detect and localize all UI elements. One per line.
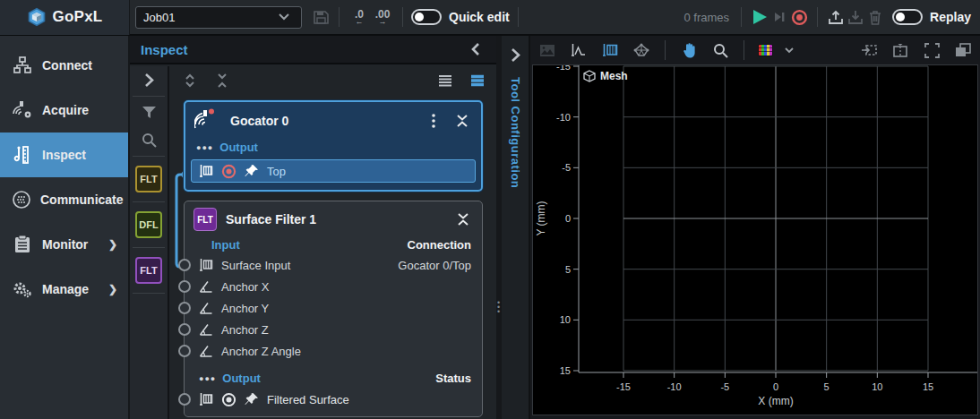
- gocator-sensor-icon: [194, 108, 221, 133]
- pin-icon[interactable]: [245, 161, 259, 181]
- input-label: Surface Input: [221, 259, 390, 272]
- sidebar-item-manage[interactable]: Manage ❯: [0, 267, 128, 312]
- pin-icon[interactable]: [245, 389, 259, 409]
- collapse-all-icon[interactable]: [212, 71, 232, 90]
- dome-icon: [12, 190, 31, 210]
- filter-output-row[interactable]: Filtered Surface: [185, 388, 482, 411]
- list-view-icon[interactable]: [435, 71, 455, 90]
- fit-view-icon[interactable]: [922, 40, 941, 60]
- record-state-icon[interactable]: [221, 389, 236, 409]
- decrease-decimals-icon[interactable]: .0 ←: [348, 10, 371, 25]
- profile-view-icon[interactable]: [569, 40, 589, 60]
- inspect-panel-title: Inspect: [141, 42, 466, 57]
- input-socket[interactable]: [178, 323, 191, 336]
- record-state-icon[interactable]: [221, 161, 236, 181]
- input-socket[interactable]: [178, 302, 191, 314]
- plot-area[interactable]: -15-10-5051015-15-10-5051015X (mm)Y (mm)…: [532, 64, 978, 415]
- tool-badge-dfl[interactable]: DFL: [135, 211, 162, 238]
- job-select[interactable]: Job01: [135, 6, 302, 29]
- sidebar-item-connect[interactable]: Connect: [0, 43, 128, 88]
- chevron-down-icon: [274, 7, 294, 27]
- filter-input-row[interactable]: Anchor Y: [185, 297, 482, 319]
- filter-input-row[interactable]: Anchor Z: [185, 319, 482, 340]
- layout-views-icon[interactable]: [953, 40, 973, 60]
- tool-rail: FLT DFL FLT: [130, 66, 169, 419]
- sidebar-item-inspect[interactable]: Inspect: [0, 133, 128, 177]
- quick-edit-toggle[interactable]: [411, 9, 442, 25]
- tool-badge-flt[interactable]: FLT: [135, 166, 162, 192]
- input-label: Anchor Y: [221, 302, 471, 315]
- kebab-menu-icon[interactable]: [424, 111, 443, 131]
- pan-hand-icon[interactable]: [679, 40, 699, 60]
- increase-decimals-icon[interactable]: .00 →: [371, 10, 394, 25]
- surface-icon: [199, 161, 213, 181]
- data-viewer: -15-10-5051015-15-10-5051015X (mm)Y (mm)…: [530, 36, 980, 419]
- svg-text:Y (mm): Y (mm): [535, 201, 547, 235]
- cube-icon: [583, 70, 596, 82]
- svg-text:10: 10: [560, 314, 571, 325]
- color-palette-icon[interactable]: [758, 44, 773, 56]
- center-view-icon[interactable]: [890, 40, 910, 60]
- palette-dropdown-icon[interactable]: [785, 40, 794, 60]
- sidebar-item-monitor[interactable]: Monitor ❯: [0, 222, 128, 267]
- status-column-header: Status: [435, 372, 471, 385]
- sidebar-item-label: Communicate: [40, 192, 124, 207]
- chevron-right-icon: ❯: [108, 238, 117, 251]
- surface-view-icon[interactable]: [600, 40, 620, 60]
- ports-icon: ●●●: [196, 143, 213, 152]
- expand-tool-config-icon[interactable]: [505, 45, 525, 64]
- search-icon[interactable]: [129, 126, 168, 153]
- node-gocator[interactable]: Gocator 0 ●●● Output: [184, 100, 483, 192]
- dock-view-icon[interactable]: [859, 40, 879, 60]
- filter-input-row[interactable]: Anchor X: [185, 276, 482, 297]
- sidebar-item-acquire[interactable]: Acquire: [0, 88, 128, 133]
- quick-edit-label: Quick edit: [449, 10, 510, 24]
- collapse-panel-icon[interactable]: [466, 39, 486, 59]
- job-select-value: Job01: [143, 11, 175, 24]
- mesh-view-icon[interactable]: [632, 40, 651, 60]
- image-view-icon[interactable]: [537, 40, 557, 60]
- filter-icon[interactable]: [129, 99, 168, 126]
- drag-grip-icon: •••: [497, 301, 500, 314]
- collapse-node-icon[interactable]: [453, 210, 473, 229]
- tool-configuration-label[interactable]: Tool Configuration: [509, 77, 522, 188]
- plot-grid: -15-10-5051015-15-10-5051015X (mm)Y (mm): [533, 65, 978, 415]
- pipeline-canvas: Gocator 0 ●●● Output: [171, 66, 496, 419]
- trash-icon[interactable]: [865, 7, 885, 27]
- svg-text:-10: -10: [556, 112, 571, 123]
- input-socket[interactable]: [178, 259, 191, 271]
- expand-rail-icon[interactable]: [129, 66, 168, 93]
- output-socket[interactable]: [178, 393, 191, 406]
- gocator-output-top[interactable]: Top: [191, 159, 476, 183]
- svg-text:5: 5: [565, 264, 571, 275]
- play-button[interactable]: [750, 7, 769, 27]
- angle-icon: [199, 277, 213, 296]
- svg-text:0: 0: [773, 381, 778, 392]
- connection-column-header: Connection: [408, 238, 472, 252]
- filter-node-title: Surface Filter 1: [226, 212, 444, 227]
- card-view-icon[interactable]: [468, 71, 487, 90]
- collapse-node-icon[interactable]: [452, 111, 472, 131]
- tool-badge-flt-2[interactable]: FLT: [135, 257, 162, 284]
- zoom-icon[interactable]: [710, 40, 730, 60]
- sidebar-item-communicate[interactable]: Communicate ❯: [0, 177, 128, 222]
- step-forward-button[interactable]: [769, 7, 789, 27]
- inspect-panel: Inspect FLT DFL FLT: [130, 36, 496, 419]
- input-section-label: Input: [211, 238, 401, 252]
- upload-icon[interactable]: [826, 7, 846, 27]
- input-socket[interactable]: [178, 345, 191, 357]
- replay-toggle[interactable]: [892, 9, 923, 25]
- gocator-node-header: Gocator 0: [185, 102, 481, 138]
- download-icon[interactable]: [846, 7, 865, 27]
- sidebar-item-label: Connect: [42, 58, 128, 73]
- filter-input-row[interactable]: Anchor Z Angle: [185, 340, 482, 362]
- inspect-panel-header: Inspect: [130, 36, 496, 64]
- tool-configuration-tab[interactable]: Tool Configuration: [502, 36, 530, 419]
- input-label: Anchor X: [221, 280, 471, 294]
- filter-input-row[interactable]: Surface Input Gocator 0/Top: [185, 254, 482, 276]
- save-icon[interactable]: [311, 7, 331, 27]
- input-socket[interactable]: [178, 280, 191, 293]
- expand-all-icon[interactable]: [180, 71, 200, 90]
- node-surface-filter[interactable]: FLT Surface Filter 1 Input Connection Su…: [184, 201, 483, 417]
- record-button[interactable]: [789, 7, 809, 27]
